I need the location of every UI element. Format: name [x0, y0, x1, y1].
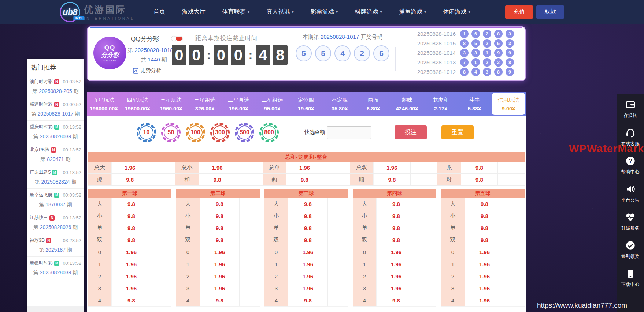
- play-tab-三星组选[interactable]: 三星组选326.00¥: [188, 92, 222, 116]
- toolbar-item-announcement[interactable]: 平台公告: [617, 184, 644, 212]
- bet-odds-cell[interactable]: 1.96: [111, 246, 151, 258]
- bet-odds-cell[interactable]: 9.8: [376, 234, 416, 246]
- bet-odds-cell[interactable]: 1.96: [200, 258, 239, 270]
- bet-odds-cell[interactable]: 1.96: [111, 258, 151, 270]
- bet-odds-cell[interactable]: 9.8: [461, 174, 497, 185]
- bet-odds-cell[interactable]: 9.8: [288, 198, 327, 210]
- bet-odds-cell[interactable]: 1.96: [200, 270, 239, 282]
- bet-odds-cell[interactable]: 1.96: [288, 282, 327, 294]
- bet-odds-cell[interactable]: 9.8: [200, 210, 239, 222]
- play-tab-四星玩法[interactable]: 四星玩法19600.00¥: [121, 92, 154, 116]
- bet-odds-cell[interactable]: 9.8: [465, 198, 504, 210]
- lottery-list-item[interactable]: 广东11选5И00:13:52第2025082824期: [27, 166, 84, 189]
- bet-odds-cell[interactable]: 9.8: [200, 234, 239, 246]
- reset-button[interactable]: 重置: [441, 125, 474, 139]
- nav-item-游戏大厅[interactable]: 游戏大厅: [182, 8, 206, 16]
- play-tab-趣味[interactable]: 趣味4246.00¥: [390, 92, 424, 116]
- quick-amount-input[interactable]: [327, 126, 371, 139]
- bet-odds-cell[interactable]: 1.96: [373, 162, 410, 173]
- bet-odds-cell[interactable]: 9.8: [200, 198, 239, 210]
- play-tab-三星玩法[interactable]: 三星玩法1960.00¥: [154, 92, 188, 116]
- bet-odds-cell[interactable]: 9.8: [111, 294, 151, 306]
- bet-odds-cell[interactable]: 9.8: [200, 222, 239, 234]
- bet-odds-cell[interactable]: 1.96: [376, 270, 416, 282]
- toolbar-item-upgrade[interactable]: 升级服务: [617, 212, 644, 240]
- place-bet-button[interactable]: 投注: [395, 125, 427, 139]
- bet-odds-cell[interactable]: 1.96: [200, 246, 239, 258]
- brand-logo[interactable]: ub8 INTL 优游国际 INTERNATIONAL: [60, 2, 134, 22]
- trend-analysis-link[interactable]: 走势分析: [133, 67, 161, 74]
- withdraw-button[interactable]: 取款: [536, 5, 564, 19]
- toolbar-item-signin[interactable]: 签到领奖: [617, 240, 644, 268]
- bet-odds-cell[interactable]: 1.96: [465, 294, 504, 306]
- deposit-button[interactable]: 充值: [505, 5, 533, 19]
- bet-odds-cell[interactable]: 1.96: [288, 270, 327, 282]
- bet-odds-cell[interactable]: 1.96: [465, 258, 504, 270]
- nav-item-休闲游戏[interactable]: 休闲游戏▾: [443, 8, 470, 16]
- bet-odds-cell[interactable]: 1.96: [200, 282, 239, 294]
- bet-odds-cell[interactable]: 1.96: [288, 258, 327, 270]
- play-tab-二星组选[interactable]: 二星组选95.00¥: [255, 92, 289, 116]
- bet-odds-cell[interactable]: 9.8: [376, 294, 416, 306]
- bet-odds-cell[interactable]: 9.8: [286, 174, 323, 185]
- bet-odds-cell[interactable]: 9.8: [461, 162, 497, 173]
- bet-odds-cell[interactable]: 9.8: [288, 210, 327, 222]
- bet-odds-cell[interactable]: 1.96: [465, 282, 504, 294]
- bet-odds-cell[interactable]: 9.8: [376, 222, 416, 234]
- play-tab-斗牛[interactable]: 斗牛5.88¥: [458, 92, 491, 116]
- bet-odds-cell[interactable]: 9.8: [465, 234, 504, 246]
- lottery-list-item[interactable]: 重庆时时彩И00:13:52第20250828039期: [27, 121, 84, 143]
- bet-odds-cell[interactable]: 9.8: [376, 210, 416, 222]
- bet-odds-cell[interactable]: 9.8: [200, 294, 239, 306]
- play-tab-龙虎和[interactable]: 龙虎和2.17¥: [424, 92, 458, 116]
- bet-odds-cell[interactable]: 1.96: [111, 162, 148, 173]
- bet-chip-50[interactable]: 50: [161, 123, 181, 142]
- toolbar-item-download[interactable]: 下载中心: [617, 268, 644, 296]
- lottery-list-item[interactable]: 新疆时时彩И00:13:52第20250828039期: [27, 257, 84, 279]
- play-tab-定位胆[interactable]: 定位胆19.60¥: [289, 92, 323, 116]
- bet-odds-cell[interactable]: 9.8: [111, 222, 151, 234]
- bet-odds-cell[interactable]: 9.8: [199, 174, 235, 185]
- lottery-list-item[interactable]: 澳门时时彩N00:03:52第20250828-205期: [27, 75, 84, 98]
- lottery-list-item[interactable]: 江苏快三N00:13:52第20250828026期: [27, 211, 84, 234]
- bet-chip-300[interactable]: 300: [210, 123, 230, 142]
- bet-odds-cell[interactable]: 1.96: [376, 282, 416, 294]
- lottery-list-item[interactable]: 福彩3DN03:23:52第2025187期: [27, 234, 84, 257]
- nav-item-首页[interactable]: 首页: [153, 8, 165, 16]
- bet-odds-cell[interactable]: 9.8: [111, 174, 148, 185]
- bet-odds-cell[interactable]: 9.8: [465, 210, 504, 222]
- bet-odds-cell[interactable]: 9.8: [376, 198, 416, 210]
- play-tab-不定胆[interactable]: 不定胆35.80¥: [323, 92, 356, 116]
- bet-odds-cell[interactable]: 9.8: [288, 294, 327, 306]
- nav-item-棋牌游戏[interactable]: 棋牌游戏▾: [355, 8, 382, 16]
- play-tab-五星玩法[interactable]: 五星玩法196000.00¥: [87, 92, 121, 116]
- lottery-list-item[interactable]: 极速时时彩N00:00:52第20250828-1017期: [27, 98, 84, 121]
- play-tab-二星直选[interactable]: 二星直选196.00¥: [222, 92, 255, 116]
- bet-odds-cell[interactable]: 1.96: [111, 270, 151, 282]
- bet-odds-cell[interactable]: 1.96: [111, 282, 151, 294]
- bet-odds-cell[interactable]: 9.8: [288, 222, 327, 234]
- bet-odds-cell[interactable]: 1.96: [199, 162, 235, 173]
- lottery-list-item[interactable]: 新幸运飞艇И00:03:52第1870037期: [27, 189, 84, 211]
- bet-odds-cell[interactable]: 9.8: [111, 198, 151, 210]
- bet-odds-cell[interactable]: 9.8: [111, 234, 151, 246]
- bet-chip-100[interactable]: 100: [186, 123, 205, 142]
- toolbar-item-help[interactable]: ? 帮助中心: [617, 155, 644, 184]
- bet-chip-800[interactable]: 800: [259, 123, 279, 142]
- sound-toggle[interactable]: [171, 36, 183, 41]
- bet-odds-cell[interactable]: 1.96: [376, 246, 416, 258]
- nav-item-体育联赛[interactable]: 体育联赛▾: [222, 8, 250, 16]
- bet-odds-cell[interactable]: 1.96: [288, 246, 327, 258]
- lottery-list-item[interactable]: 北京PK拾N00:13:52第829471期: [27, 143, 84, 166]
- bet-odds-cell[interactable]: 1.96: [286, 162, 323, 173]
- play-tab-信用玩法[interactable]: 信用玩法9.00¥: [492, 93, 525, 115]
- bet-odds-cell[interactable]: 1.96: [465, 270, 504, 282]
- nav-item-彩票游戏[interactable]: 彩票游戏▾: [311, 8, 338, 16]
- bet-odds-cell[interactable]: 1.96: [376, 258, 416, 270]
- bet-odds-cell[interactable]: 9.8: [465, 222, 504, 234]
- bet-odds-cell[interactable]: 1.96: [465, 246, 504, 258]
- bet-odds-cell[interactable]: 9.8: [373, 174, 410, 185]
- bet-odds-cell[interactable]: 9.8: [111, 210, 151, 222]
- play-tab-两面[interactable]: 两面6.80¥: [356, 92, 390, 116]
- bet-odds-cell[interactable]: 9.8: [288, 234, 327, 246]
